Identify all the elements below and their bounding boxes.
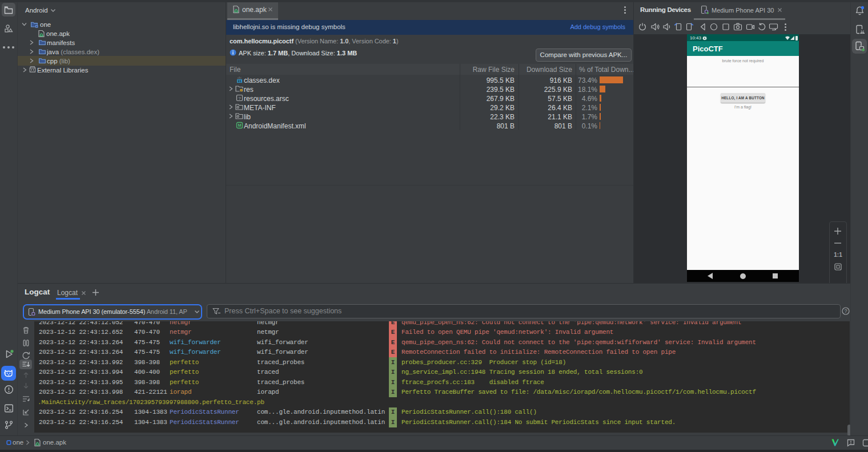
svg-text:?: ? (238, 96, 241, 101)
svg-text:01: 01 (238, 79, 242, 83)
svg-text:M: M (238, 123, 241, 128)
svg-text:?: ? (844, 308, 847, 314)
